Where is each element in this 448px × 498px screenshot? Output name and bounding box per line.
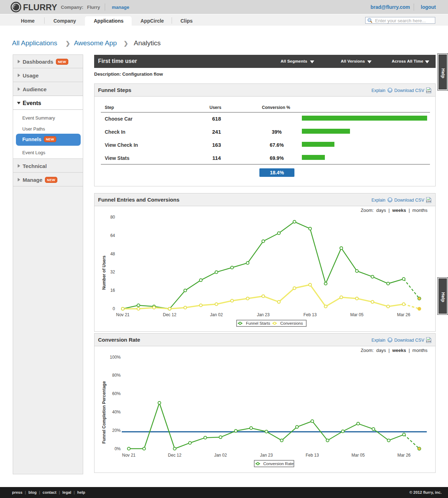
svg-text:Funnel Completion Percentage: Funnel Completion Percentage <box>102 381 107 444</box>
svg-text:Nov 21: Nov 21 <box>122 453 136 458</box>
svg-text:Mar 26: Mar 26 <box>397 453 411 458</box>
svg-text:Number of Users: Number of Users <box>102 255 107 290</box>
svg-text:Jan 23: Jan 23 <box>257 312 270 317</box>
svg-text:Mar 05: Mar 05 <box>350 312 364 317</box>
svg-text:Conversions: Conversions <box>280 321 303 325</box>
svg-text:32: 32 <box>110 270 115 274</box>
svg-text:CSV: CSV <box>426 340 431 342</box>
svg-text:100%: 100% <box>110 355 121 360</box>
svg-text:Funnel Starts: Funnel Starts <box>246 321 270 325</box>
svg-text:80: 80 <box>110 215 115 220</box>
svg-text:Conversion Rate: Conversion Rate <box>263 462 294 466</box>
svg-text:60%: 60% <box>112 391 121 396</box>
svg-text:40%: 40% <box>112 410 121 415</box>
svg-text:Dec 12: Dec 12 <box>168 453 182 458</box>
svg-text:48: 48 <box>110 251 115 256</box>
svg-text:Jan 02: Jan 02 <box>214 453 227 458</box>
svg-text:64: 64 <box>110 233 115 238</box>
svg-text:0%: 0% <box>115 446 121 451</box>
svg-text:Jan 02: Jan 02 <box>210 312 223 317</box>
svg-text:Feb 13: Feb 13 <box>304 312 317 317</box>
svg-text:0: 0 <box>113 306 115 311</box>
svg-text:Jan 23: Jan 23 <box>260 453 273 458</box>
svg-text:CSV: CSV <box>426 200 431 202</box>
svg-text:CSV: CSV <box>426 91 431 93</box>
svg-text:Feb 13: Feb 13 <box>306 453 319 458</box>
svg-text:Mar 05: Mar 05 <box>351 453 365 458</box>
svg-text:Nov 21: Nov 21 <box>116 312 130 317</box>
svg-text:16: 16 <box>110 288 115 293</box>
svg-text:Mar 26: Mar 26 <box>397 312 410 317</box>
svg-text:20%: 20% <box>112 428 121 433</box>
svg-text:80%: 80% <box>112 373 121 378</box>
svg-text:Dec 12: Dec 12 <box>163 312 176 317</box>
